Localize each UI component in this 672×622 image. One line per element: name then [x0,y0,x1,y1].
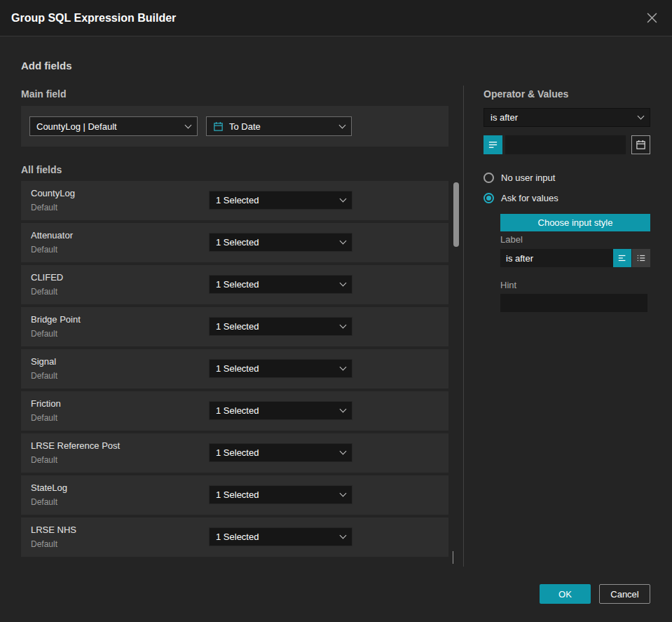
dialog-header: Group SQL Expression Builder [0,0,672,36]
align-left-icon [617,253,627,263]
field-name: StateLog [31,482,67,493]
scrollbar-down-arrow[interactable] [453,553,460,560]
radio-circle-icon [484,173,494,183]
label-caption: Label [500,234,523,245]
main-field-select-value: CountyLog | Default [36,121,117,132]
selection-label: 1 Selected [216,195,259,205]
selection-label: 1 Selected [216,321,259,332]
selection-label: 1 Selected [216,447,259,458]
field-selection-dropdown[interactable]: 1 Selected [209,401,352,420]
field-name: Signal [31,356,56,367]
dialog-title: Group SQL Expression Builder [11,12,176,25]
selection-label: 1 Selected [216,405,259,416]
selection-label: 1 Selected [216,237,259,248]
field-subtitle: Default [31,371,57,381]
field-selection-dropdown[interactable]: 1 Selected [209,359,352,378]
hint-input[interactable] [500,294,647,312]
chevron-down-icon [453,551,453,564]
field-selection-dropdown[interactable]: 1 Selected [209,317,352,336]
field-subtitle: Default [31,413,57,423]
operator-values-heading: Operator & Values [484,88,568,100]
field-row-countylog: CountyLog Default 1 Selected [21,181,448,220]
calendar-icon [213,121,224,132]
all-fields-label: All fields [21,164,62,175]
list-input-style-button[interactable] [632,249,650,267]
field-row-lrse-reference-post: LRSE Reference Post Default 1 Selected [21,433,448,473]
list-icon [636,253,646,263]
field-selection-dropdown[interactable]: 1 Selected [209,233,352,252]
selection-label: 1 Selected [216,363,259,374]
group-sql-expression-builder-dialog: Group SQL Expression Builder Add fields … [0,0,672,622]
chevron-down-icon [340,280,347,287]
date-picker-button[interactable] [631,135,650,154]
operator-select-value: is after [491,112,518,123]
field-subtitle: Default [31,329,57,339]
main-field-label: Main field [21,88,67,100]
close-button[interactable] [643,9,661,27]
field-selection-dropdown[interactable]: 1 Selected [209,485,352,504]
field-row-friction: Friction Default 1 Selected [21,391,448,431]
field-row-bridge-point: Bridge Point Default 1 Selected [21,307,448,346]
chevron-down-icon [185,121,192,128]
field-selection-dropdown[interactable]: 1 Selected [209,275,352,294]
radio-label: Ask for values [501,193,558,203]
date-part-select[interactable]: To Date [206,116,352,136]
field-subtitle: Default [31,203,57,212]
field-name: CountyLog [31,188,75,198]
input-style-toggle-button[interactable] [484,135,502,154]
close-icon [647,13,657,23]
radio-circle-selected-icon [484,193,494,203]
date-part-select-value: To Date [229,121,261,132]
single-line-input-style-button[interactable] [613,249,631,267]
label-input[interactable] [500,249,613,267]
vertical-divider [463,86,464,567]
add-fields-heading: Add fields [21,60,72,72]
value-input[interactable] [505,135,626,154]
field-row-signal: Signal Default 1 Selected [21,349,448,388]
operator-select[interactable]: is after [484,108,650,127]
field-name: LRSE Reference Post [31,440,120,451]
field-row-clifed: CLIFED Default 1 Selected [21,265,448,304]
chevron-down-icon [340,448,347,455]
selection-label: 1 Selected [216,532,259,542]
selection-label: 1 Selected [216,279,259,290]
main-field-panel: CountyLog | Default To Date [21,106,448,147]
cancel-button[interactable]: Cancel [599,584,650,604]
field-selection-dropdown[interactable]: 1 Selected [209,191,352,210]
chevron-down-icon [339,121,346,128]
chevron-down-icon [340,196,347,203]
field-name: Friction [31,398,61,409]
field-list-scrollbar[interactable] [453,182,459,548]
field-subtitle: Default [31,455,57,465]
field-subtitle: Default [31,245,57,255]
chevron-down-icon [340,490,347,497]
field-row-lrse-nhs: LRSE NHS Default 1 Selected [21,518,448,557]
radio-label: No user input [501,173,555,183]
chevron-down-icon [340,364,347,371]
field-name: Bridge Point [31,314,81,325]
field-name: CLIFED [31,272,63,283]
field-name: LRSE NHS [31,525,76,535]
radio-no-user-input[interactable]: No user input [484,173,555,183]
field-row-attenuator: Attenuator Default 1 Selected [21,223,448,262]
ok-button[interactable]: OK [540,584,591,604]
scrollbar-thumb[interactable] [453,182,459,247]
field-subtitle: Default [31,287,57,297]
field-selection-dropdown[interactable]: 1 Selected [209,443,352,462]
field-subtitle: Default [31,497,57,507]
field-name: Attenuator [31,230,73,241]
chevron-down-icon [340,322,347,329]
main-field-select[interactable]: CountyLog | Default [29,116,198,136]
chevron-down-icon [340,406,347,413]
hint-caption: Hint [500,280,516,290]
calendar-icon [636,140,646,150]
input-style-icon [488,140,498,150]
radio-ask-for-values[interactable]: Ask for values [484,193,558,203]
field-selection-dropdown[interactable]: 1 Selected [209,527,352,546]
chevron-down-icon [340,238,347,245]
field-row-statelog: StateLog Default 1 Selected [21,475,448,515]
field-subtitle: Default [31,539,57,549]
choose-input-style-button[interactable]: Choose input style [500,214,650,231]
chevron-down-icon [340,532,347,539]
field-list: CountyLog Default 1 Selected Attenuator … [21,181,448,560]
